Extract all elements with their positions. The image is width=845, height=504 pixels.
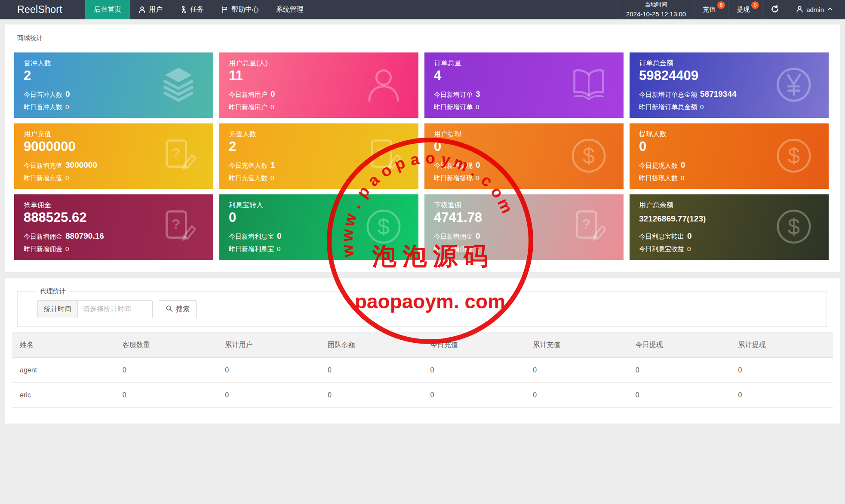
stat-card-value: 4741.78 [434,210,482,225]
stat-card-yesterday-row: 昨日新增订单总金额0 [639,103,704,111]
admin-user-menu[interactable]: admin [787,0,845,19]
agent-table: 姓名客服数量累计用户团队余额今日充值累计充值今日提现累计提现 agent0000… [12,332,833,408]
agent-table-col-header: 累计充值 [525,333,628,358]
svg-text:$: $ [788,215,800,239]
withdraw-label: 提现 [737,6,750,14]
nav-menu-item-2[interactable]: 任务 [171,0,212,19]
stat-card-yesterday-row: 昨日新增充值0 [24,174,69,182]
user-icon [138,6,146,13]
stat-card-label: 订单总金额 [639,59,673,68]
stat-card-label: 利息宝转入 [229,201,263,210]
nav-menu-item-0[interactable]: 后台首页 [85,0,130,19]
dollar-circle-icon: $ [363,206,404,247]
stat-card-label: 提现人数 [639,130,667,139]
stat-card-value: 0 [639,139,646,154]
svg-text:?: ? [377,145,385,161]
agent-table-cell: 0 [628,383,731,408]
stat-card: 抢单佣金 888525.62 今日新增佣金880790.16 昨日新增佣金0 ? [14,194,213,260]
agent-table-cell: 0 [730,358,833,383]
stat-card-yesterday-row: 昨日新增佣金0 [24,245,69,253]
stat-card-label: 抢单佣金 [24,201,51,210]
stat-card-value: 0 [229,210,236,225]
help-flag-icon [221,6,228,13]
agent-table-col-header: 今日提现 [628,333,731,358]
agent-table-cell: 0 [423,358,525,383]
stat-card: 下级返佣 4741.78 今日新增佣金0 昨日新增佣金0 ? [424,194,624,260]
recharge-nav-button[interactable]: 充值 6 [694,0,728,19]
stat-card: 提现人数 0 今日提现人数0 昨日提现人数0 $ [630,123,829,189]
recharge-badge: 6 [717,1,725,9]
agent-table-cell: 0 [730,383,833,408]
dollar-circle-icon: $ [774,206,814,247]
stat-card-today-row: 今日新增提现0 [434,160,480,170]
navbar-right: 当地时间 2024-10-25 12:13:00 充值 6 提现 0 adm [617,0,845,19]
nav-menu-item-3[interactable]: 帮助中心 [212,0,267,19]
stat-card-today-row: 今日首冲人数0 [24,89,70,99]
person-icon [796,6,803,14]
agent-table-cell: 0 [320,383,423,408]
local-time-value: 2024-10-25 12:13:00 [626,9,686,19]
stat-card-label: 首冲人数 [24,59,51,68]
stat-card-label: 充值人数 [229,130,256,139]
svg-text:$: $ [788,144,800,168]
search-button[interactable]: 搜索 [159,300,197,318]
stat-card-yesterday-row: 昨日充值人数0 [229,174,274,182]
recharge-label: 充值 [703,6,716,14]
dollar-circle-icon: $ [568,135,609,176]
search-icon [166,305,173,314]
stat-time-input[interactable] [77,300,153,318]
app-logo: ReelShort [0,0,85,19]
layers-icon [158,65,199,105]
agent-table-col-header: 客服数量 [115,333,218,358]
withdraw-nav-button[interactable]: 提现 0 [728,0,762,19]
svg-text:$: $ [583,144,595,168]
top-navbar: ReelShort 后台首页 用户 任务 帮助中心 系统管理 当地时间 2024… [0,0,845,19]
agent-table-cell: 0 [115,383,218,408]
chevron-up-icon [827,6,833,13]
dollar-circle-icon: $ [774,135,814,176]
stat-card-today-row: 今日新增佣金0 [434,231,480,241]
agent-stats-title: 代理统计 [36,287,70,295]
shop-stats-title: 商城统计 [17,34,43,42]
stat-card-yesterday-row: 昨日新增佣金0 [434,245,479,253]
agent-table-row: eric0000000 [12,383,833,408]
stat-card-yesterday-row: 今日利息宝收益0 [639,245,691,253]
agent-table-header-row: 姓名客服数量累计用户团队余额今日充值累计充值今日提现累计提现 [12,333,833,358]
agent-stats-fieldset: 代理统计 统计时间 搜索 [17,291,827,327]
agent-table-col-header: 团队余额 [320,333,423,358]
stat-card-yesterday-row: 昨日新增用户0 [229,103,274,111]
stat-card-yesterday-row: 昨日新增利息宝0 [229,245,280,253]
stat-card-label: 订单总量 [434,59,461,68]
stat-card-today-row: 今日新增订单总金额58719344 [639,89,737,99]
stat-card: 用户提现 0 今日新增提现0 昨日新增提现0 $ [424,123,624,189]
task-icon [180,6,187,13]
doc-edit-icon: ? [158,135,199,176]
doc-edit-icon: ? [158,206,199,247]
stat-card-today-row: 今日利息宝转出0 [639,231,692,241]
refresh-button[interactable] [762,0,787,19]
stat-card-label: 用户总余额 [639,201,673,210]
stat-card-today-row: 今日提现人数0 [639,160,685,170]
yen-circle-icon [774,65,814,105]
agent-table-cell: 0 [320,358,423,383]
svg-text:?: ? [172,216,180,232]
stat-card-value: 9000000 [24,139,76,154]
stat-card-value: 59824409 [639,68,698,83]
svg-text:$: $ [378,215,390,239]
nav-menu-item-4[interactable]: 系统管理 [267,0,312,19]
stat-card-today-row: 今日充值人数1 [229,160,275,170]
doc-edit-icon: ? [363,135,404,176]
agent-table-cell: 0 [217,383,320,408]
agent-table-cell: 0 [525,358,628,383]
stat-card-today-row: 今日新增佣金880790.16 [24,231,104,241]
stat-card: 用户总量(人) 11 今日新增用户0 昨日新增用户0 [219,52,418,118]
stat-card-value: 4 [434,68,441,83]
agent-table-col-header: 累计用户 [217,333,320,358]
stat-card-label: 下级返佣 [434,201,461,210]
stat-time-label: 统计时间 [37,300,77,318]
stat-card-value: 32126869.77(123) [639,214,706,224]
nav-menu-item-1[interactable]: 用户 [130,0,171,19]
stat-card-today-row: 今日新增充值3000000 [24,160,97,170]
stat-card-today-row: 今日新增用户0 [229,89,275,99]
local-time-label: 当地时间 [645,0,667,9]
